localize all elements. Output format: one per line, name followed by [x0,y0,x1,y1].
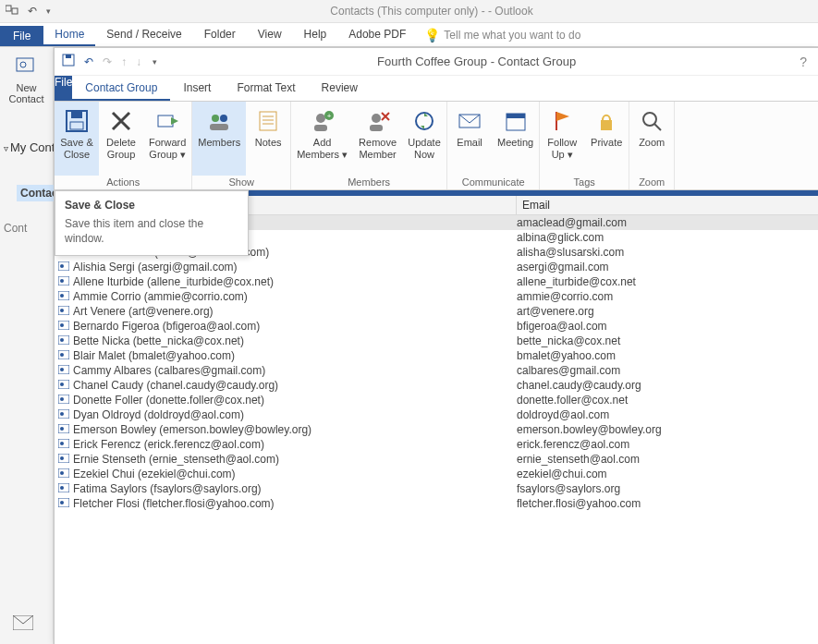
outer-tab-help[interactable]: Help [293,24,338,46]
remove-member-button[interactable]: Remove Member [353,102,402,176]
zoom-button[interactable]: Zoom [629,102,674,176]
svg-line-30 [654,124,661,130]
inner-tab-format-text[interactable]: Format Text [224,76,308,101]
members-button[interactable]: Members [192,102,246,176]
ribbon-group-label-actions: Actions [55,176,191,189]
email-icon [457,105,482,137]
svg-rect-6 [66,55,71,58]
ribbon-group-actions: Save & CloseDelete GroupForward Group ▾A… [55,102,192,189]
contact-card-icon [55,454,73,465]
member-name: Allene Iturbide (allene_iturbide@cox.net… [73,275,517,288]
new-contact-button[interactable]: New Contact [0,47,53,112]
ribbon-group-label-members: Members [291,176,446,189]
member-row[interactable]: Dyan Oldroyd (doldroyd@aol.com)doldroyd@… [55,407,818,422]
svg-point-68 [60,486,64,490]
add-members-button[interactable]: +Add Members ▾ [291,102,353,176]
member-row[interactable]: Chanel Caudy (chanel.caudy@caudy.org)cha… [55,378,818,393]
outer-tab-home[interactable]: Home [43,24,95,46]
help-button[interactable]: ? [796,55,811,69]
tell-me-search[interactable]: 💡 Tell me what you want to do [417,24,588,46]
member-row[interactable]: Ammie Corrio (ammie@corrio.com)ammie@cor… [55,289,818,304]
member-row[interactable]: Bernardo Figeroa (bfigeroa@aol.com)bfige… [55,319,818,334]
inner-tab-insert[interactable]: Insert [170,76,224,101]
column-header-email[interactable]: Email [517,196,818,214]
member-row[interactable]: Cammy Albares (calbares@gmail.com)calbar… [55,363,818,378]
member-email: erick.ferencz@aol.com [517,438,818,451]
member-row[interactable]: Ernie Stenseth (ernie_stenseth@aol.com)e… [55,452,818,467]
qat-next-icon[interactable]: ↓ [136,55,141,68]
member-name: Cammy Albares (calbares@gmail.com) [73,364,517,377]
svg-rect-10 [158,115,173,127]
member-email: emerson.bowley@bowley.org [517,423,818,436]
delete-icon [108,105,134,137]
qat-undo-icon[interactable]: ↶ [28,5,37,18]
email-button[interactable]: Email [447,102,492,176]
svg-rect-28 [601,120,612,130]
ribbon-group-label-tags: Tags [540,176,629,189]
inner-titlebar: ↶ ↷ ↑ ↓ ▾ Fourth Coffee Group - Contact … [55,48,818,76]
ribbon-group-label-show: Show [192,176,290,189]
zoom-icon [639,105,665,137]
lock-icon [593,105,619,137]
members-list-area: Name Email amaclead@gmail.comAlbina Glic… [55,196,818,644]
qat-prev-icon[interactable]: ↑ [121,55,127,68]
delete-group-button[interactable]: Delete Group [99,102,143,176]
private-button[interactable]: Private [584,102,629,176]
save-close-button[interactable]: Save & Close [55,102,99,176]
add-members-label: Add Members ▾ [297,137,348,160]
member-email: ezekiel@chui.com [517,468,818,480]
svg-rect-8 [71,111,82,118]
svg-point-60 [60,427,64,431]
member-email: donette.foller@cox.net [517,394,818,407]
member-name: Alishia Sergi (asergi@gmail.com) [73,261,517,273]
member-name: Bernardo Figeroa (bfigeroa@aol.com) [73,320,517,333]
qat-undo-icon[interactable]: ↶ [84,55,93,68]
member-row[interactable]: Erick Ferencz (erick.ferencz@aol.com)eri… [55,437,818,452]
member-row[interactable]: Bette Nicka (bette_nicka@cox.net)bette_n… [55,334,818,348]
svg-point-11 [212,115,219,122]
member-row[interactable]: Allene Iturbide (allene_iturbide@cox.net… [55,274,818,289]
update-now-button[interactable]: Update Now [402,102,446,176]
qat-send-receive-icon[interactable] [6,3,20,20]
qat-redo-icon[interactable]: ↷ [103,55,112,68]
outer-tab-view[interactable]: View [247,24,293,46]
follow-up-button[interactable]: Follow Up ▾ [540,102,584,176]
outer-tab-folder[interactable]: Folder [193,24,247,46]
member-email: ammie@corrio.com [517,290,818,303]
svg-rect-9 [70,122,83,129]
member-row[interactable]: Alishia Sergi (asergi@gmail.com)asergi@g… [55,260,818,274]
notes-button[interactable]: Notes [246,102,290,176]
contact-card-icon [55,380,73,391]
svg-rect-19 [314,125,327,131]
contact-card-icon [55,350,73,361]
outer-tab-send-receive[interactable]: Send / Receive [95,24,192,46]
member-row[interactable]: Fatima Saylors (fsaylors@saylors.org)fsa… [55,481,818,496]
inner-tab-contact-group[interactable]: Contact Group [72,76,170,101]
flag-icon [549,105,575,137]
member-row[interactable]: Art Venere (art@venere.org)art@venere.or… [55,304,818,319]
forward-group-button[interactable]: Forward Group ▾ [143,102,191,176]
private-label: Private [591,137,622,149]
outer-file-tab[interactable]: File [0,26,43,46]
member-row[interactable]: Ezekiel Chui (ezekiel@chui.com)ezekiel@c… [55,467,818,481]
member-name: Emerson Bowley (emerson.bowley@bowley.or… [73,423,517,436]
contact-card-icon [55,498,73,509]
member-row[interactable]: Donette Foller (donette.foller@cox.net)d… [55,393,818,407]
ribbon-group-label-communicate: Communicate [447,176,539,189]
member-row[interactable]: Fletcher Flosi (fletcher.flosi@yahoo.com… [55,496,818,511]
inner-tab-review[interactable]: Review [309,76,371,101]
mail-nav-icon[interactable] [13,615,33,635]
outer-left-rail: New Contact [0,47,54,644]
qat-save-icon[interactable] [62,54,75,69]
tooltip-title: Save & Close [65,199,238,212]
member-email: fsaylors@saylors.org [517,482,818,495]
inner-file-tab[interactable]: File [55,76,72,101]
meeting-button[interactable]: Meeting [492,102,539,176]
svg-rect-23 [370,125,383,131]
members-label: Members [198,137,240,149]
member-row[interactable]: Emerson Bowley (emerson.bowley@bowley.or… [55,422,818,437]
member-row[interactable]: Blair Malet (bmalet@yahoo.com)bmalet@yah… [55,348,818,363]
outer-tab-adobe-pdf[interactable]: Adobe PDF [337,24,417,46]
member-email: ernie_stenseth@aol.com [517,453,818,466]
search-contacts-label[interactable]: Cont [4,222,27,235]
